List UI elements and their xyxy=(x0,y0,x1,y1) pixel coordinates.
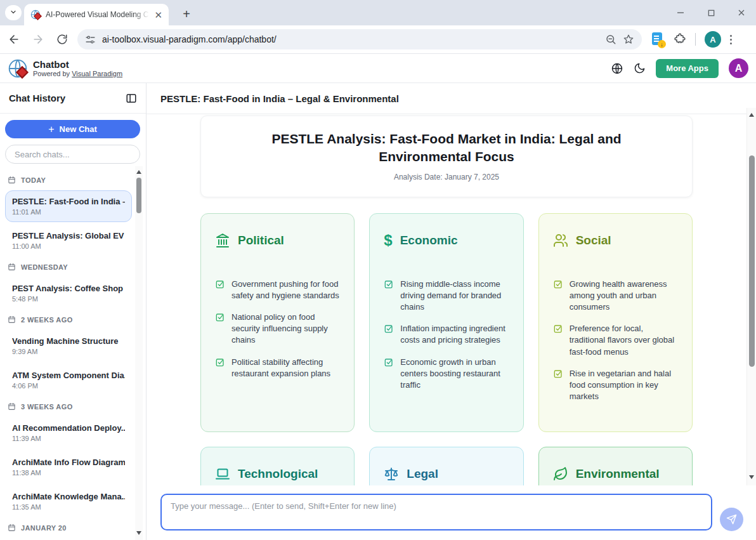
chat-group-label: JANUARY 20 xyxy=(8,524,132,532)
more-apps-button[interactable]: More Apps xyxy=(656,59,719,78)
pestle-card-environmental: Environmental xyxy=(538,447,693,485)
pestle-item: Inflation impacting ingredient costs and… xyxy=(384,323,509,346)
check-square-icon xyxy=(215,357,225,379)
pestle-card-political: PoliticalGovernment pushing for food saf… xyxy=(200,213,355,433)
docs-offline-icon[interactable]: ↓ xyxy=(651,32,665,47)
visual-paradigm-logo xyxy=(8,58,28,79)
window-close-button[interactable] xyxy=(736,7,747,18)
pestle-item-text: Government pushing for food safety and h… xyxy=(231,279,340,301)
browser-menu-icon[interactable] xyxy=(730,35,732,44)
visual-paradigm-link[interactable]: Visual Paradigm xyxy=(72,70,122,77)
new-chat-button[interactable]: + New Chat xyxy=(5,120,140,138)
chat-item-time: 4:06 PM xyxy=(12,382,125,390)
scales-icon xyxy=(384,466,399,482)
chat-group-label: 2 WEEKS AGO xyxy=(8,315,132,324)
pestle-item-text: National policy on food security influen… xyxy=(231,312,340,346)
chat-title: PESTLE: Fast-Food in India – Legal & Env… xyxy=(160,93,399,104)
chat-history-item[interactable]: ArchiMate Info Flow Diagram11:38 AM xyxy=(5,451,132,483)
calendar-icon xyxy=(8,524,16,532)
search-chats-input[interactable] xyxy=(5,145,140,164)
check-square-icon xyxy=(215,279,225,301)
chat-item-title: PESTLE: Fast-Food in India – ... xyxy=(12,197,125,206)
chevron-down-icon xyxy=(10,7,17,18)
window-minimize-button[interactable] xyxy=(675,7,686,18)
check-square-icon xyxy=(553,279,563,313)
main-scrollbar[interactable] xyxy=(746,108,756,485)
pestle-card-title: Political xyxy=(238,234,284,247)
chat-history-item[interactable]: AI Recommendation Deploy...11:39 AM xyxy=(5,417,132,449)
chat-history-sidebar: Chat History + New Chat TODAYPESTLE: Fas… xyxy=(0,83,147,540)
url-text[interactable]: ai-toolbox.visual-paradigm.com/app/chatb… xyxy=(102,34,599,44)
toolbar-divider xyxy=(695,33,696,46)
pestle-item: Political stability affecting restaurant… xyxy=(215,357,340,379)
pestle-item: National policy on food security influen… xyxy=(215,312,340,346)
browser-titlebar: AI-Powered Visual Modeling Ch ✕ + xyxy=(0,0,756,25)
chat-item-time: 11:38 AM xyxy=(12,469,125,477)
window-maximize-button[interactable] xyxy=(705,7,717,18)
calendar-icon xyxy=(8,263,16,271)
powered-by: Powered by Visual Paradigm xyxy=(33,70,122,77)
pestle-card-title: Environmental xyxy=(576,467,660,481)
user-avatar[interactable]: A xyxy=(729,58,748,78)
analysis-title: PESTLE Analysis: Fast-Food Market in Ind… xyxy=(226,130,667,166)
tab-title: AI-Powered Visual Modeling Ch xyxy=(46,10,149,19)
pestle-card-title: Economic xyxy=(400,234,458,247)
bookmark-star-icon[interactable] xyxy=(623,34,634,45)
browser-tab[interactable]: AI-Powered Visual Modeling Ch ✕ xyxy=(24,4,169,25)
message-input[interactable] xyxy=(160,494,712,530)
zoom-out-icon[interactable] xyxy=(605,34,616,45)
dollar-icon: $ xyxy=(384,233,392,248)
app-header: Chatbot Powered by Visual Paradigm More … xyxy=(0,54,756,83)
pestle-card-economic: $EconomicRising middle-class income driv… xyxy=(369,213,523,433)
chat-history-item[interactable]: PESTLE Analysis: Global EV In...11:00 AM xyxy=(5,225,132,256)
collapse-sidebar-icon[interactable] xyxy=(126,93,137,104)
send-button[interactable] xyxy=(720,508,743,531)
chat-history-item[interactable]: PEST Analysis: Coffee Shop S...5:48 PM xyxy=(5,277,132,309)
pestle-card-title: Legal xyxy=(407,467,438,481)
chat-history-item[interactable]: ATM System Component Dia...4:06 PM xyxy=(5,364,132,396)
pestle-item-text: Preference for local, traditional flavor… xyxy=(570,323,678,358)
pestle-item: Government pushing for food safety and h… xyxy=(215,279,340,301)
site-settings-icon[interactable] xyxy=(85,34,96,45)
pestle-item-text: Rising middle-class income driving deman… xyxy=(400,279,509,313)
check-square-icon xyxy=(553,369,563,403)
chat-content[interactable]: PESTLE Analysis: Fast-Food Market in Ind… xyxy=(147,114,746,485)
chat-history-item[interactable]: ArchiMate Knowledge Mana...11:35 AM xyxy=(5,485,132,517)
analysis-date: Analysis Date: January 7, 2025 xyxy=(226,173,667,181)
pestle-item: Economic growth in urban centers boostin… xyxy=(384,357,509,392)
chat-history-item[interactable]: PESTLE: Fast-Food in India – ...11:01 AM xyxy=(5,190,132,222)
chat-item-title: ArchiMate Info Flow Diagram xyxy=(12,458,125,467)
extensions-puzzle-icon[interactable] xyxy=(674,33,686,46)
chat-history-item[interactable]: Vending Machine Structure9:39 AM xyxy=(5,330,132,362)
chat-item-time: 5:48 PM xyxy=(12,295,125,303)
chat-group-label: 3 WEEKS AGO xyxy=(8,402,132,411)
tab-search-button[interactable] xyxy=(5,5,22,20)
new-tab-button[interactable]: + xyxy=(179,6,194,22)
browser-profile-avatar[interactable]: A xyxy=(705,31,721,48)
dark-mode-moon-icon[interactable] xyxy=(634,62,646,74)
language-globe-icon[interactable] xyxy=(611,62,623,75)
pestle-item: Rising middle-class income driving deman… xyxy=(384,279,509,313)
pestle-card-legal: Legal xyxy=(369,447,523,485)
users-icon xyxy=(553,233,568,248)
pestle-item-text: Growing health awareness among youth and… xyxy=(570,279,678,313)
url-bar[interactable]: ai-toolbox.visual-paradigm.com/app/chatb… xyxy=(77,29,642,49)
chat-item-title: PESTLE Analysis: Global EV In... xyxy=(12,231,125,240)
chat-main-panel: PESTLE: Fast-Food in India – Legal & Env… xyxy=(147,83,746,540)
pestle-item-text: Economic growth in urban centers boostin… xyxy=(400,357,509,392)
app-title: Chatbot xyxy=(33,59,122,70)
chat-item-title: AI Recommendation Deploy... xyxy=(12,423,125,433)
reload-icon[interactable] xyxy=(52,29,72,49)
chat-group-label: TODAY xyxy=(8,176,132,184)
back-icon[interactable] xyxy=(4,29,24,49)
laptop-icon xyxy=(215,466,230,482)
main-scrollbar-thumb[interactable] xyxy=(749,155,755,367)
sidebar-scrollbar-thumb[interactable] xyxy=(136,178,141,213)
tab-close-icon[interactable]: ✕ xyxy=(154,10,162,20)
chat-item-time: 9:39 AM xyxy=(12,348,125,355)
calendar-icon xyxy=(8,315,16,324)
sidebar-scrollbar[interactable] xyxy=(135,166,143,540)
forward-icon[interactable] xyxy=(28,29,48,49)
chat-item-title: ArchiMate Knowledge Mana... xyxy=(12,492,125,501)
pestle-item-text: Inflation impacting ingredient costs and… xyxy=(400,323,509,346)
